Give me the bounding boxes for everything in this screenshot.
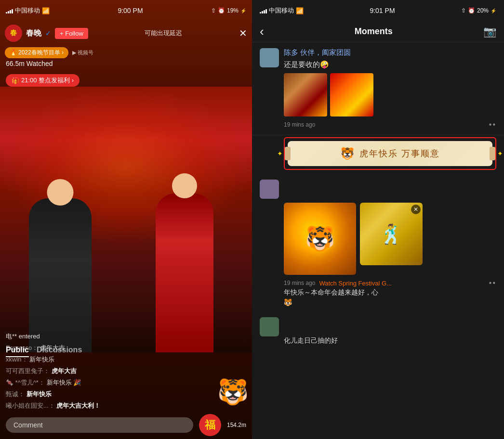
battery-area-right: ⇧ ⏰ 20% ⚡ (461, 7, 496, 14)
status-bar-left: 中国移动 📶 9:00 PM ⇧ ⏰ 19% ⚡ (0, 0, 252, 21)
moment-meta-2: 19 mins ago Watch Spring Festival G... •… (284, 279, 496, 287)
comment-username-1: Espresso： (6, 344, 38, 351)
fu-button[interactable]: 福 (199, 414, 221, 436)
tiger-icon-highlight: 🐯 (340, 147, 355, 160)
wifi-icon-right: 📶 (296, 7, 304, 14)
moment-meta-1: 19 mins ago •• (284, 120, 496, 129)
more-button-1[interactable]: •• (489, 120, 496, 129)
image-close-button[interactable]: ✕ (411, 205, 421, 214)
comment-username-3: 可可西里兔子： (6, 367, 50, 374)
moment-body-1: 陈多 伙伴，阖家团圆 还是要收的🤪 (284, 48, 496, 69)
more-button-2[interactable]: •• (489, 279, 496, 287)
moment-top-2 (260, 180, 496, 199)
highlight-content: 🐯 虎年快乐 万事顺意 ✦ ✦ (288, 141, 492, 166)
moment-text-1: 还是要收的🤪 (284, 59, 496, 69)
view-count-area: 154.2m (227, 422, 246, 428)
alarm-icon: ⏰ (218, 7, 225, 14)
time-right: 9:01 PM (370, 7, 395, 14)
carrier-left: 中国移动 📶 (6, 6, 50, 15)
back-button[interactable]: ‹ (260, 24, 264, 39)
signal-bar-r2 (262, 11, 263, 13)
video-content (0, 87, 252, 352)
highlight-wrapper: 🐯 虎年快乐 万事顺意 ✦ ✦ (276, 135, 504, 174)
watch-count: 66.5m Watched (6, 60, 53, 67)
moment-top-1: 陈多 伙伴，阖家团圆 还是要收的🤪 (260, 48, 496, 69)
carrier-name-left: 中国移动 (15, 6, 40, 15)
bonus-label: 21:00 整点发福利 › (21, 76, 74, 85)
performer-female-head (172, 173, 197, 198)
charging-icon-right: ⚡ (491, 8, 496, 13)
right-panel: 中国移动 📶 9:01 PM ⇧ ⏰ 20% ⚡ ‹ Moments 📷 陈多 … (252, 0, 504, 439)
left-panel: 中国移动 📶 9:00 PM ⇧ ⏰ 19% ⚡ 春 春晚 ✓ + Follow… (0, 0, 252, 439)
list-item: 曦小姐在固安...： 虎年大吉大利！ (6, 401, 246, 410)
playlist-label: 2022春晚节目单 › (18, 49, 64, 57)
camera-button[interactable]: 📷 (483, 26, 496, 38)
top-bar-left: 春 春晚 ✓ + Follow 可能出现延迟 ✕ (0, 21, 252, 45)
moment-item-3: 化儿走日己抽的好 (252, 313, 504, 349)
comment-username-6: 曦小姐在固安...： (6, 402, 55, 409)
moments-feed: 陈多 伙伴，阖家团圆 还是要收的🤪 19 mins ago •• 🐯 虎年快乐 … (252, 42, 504, 439)
moments-header: ‹ Moments 📷 (252, 21, 504, 42)
comment-input[interactable]: Comment (6, 417, 193, 433)
performer-scene (0, 87, 252, 352)
performer-male-head (47, 179, 74, 206)
video-channel-label: 视频号 (78, 49, 93, 56)
playlist-button[interactable]: 🔥 2022春晚节目单 › (5, 47, 68, 58)
fire-icon: 🔥 (10, 49, 17, 56)
comment-username-4: 🍬 *^雪儿^*： (6, 379, 45, 386)
moment-images-2: ✕ (284, 203, 496, 275)
comment-text-4: 新年快乐 🎉 (47, 379, 81, 386)
video-channel-badge: ▶ 视频号 (72, 49, 93, 56)
signal-bar-r4 (265, 9, 267, 13)
moment-time-1: 19 mins ago (284, 121, 315, 128)
battery-area-left: ⇧ ⏰ 19% ⚡ (211, 7, 246, 14)
moment-time-2: 19 mins ago (284, 280, 315, 286)
time-left: 9:00 PM (118, 7, 143, 14)
list-item: 🍬 *^雪儿^*： 新年快乐 🎉 (6, 378, 246, 387)
comment-text-6: 虎年大吉大利！ (56, 402, 100, 409)
tiger-icon: 🐯 (217, 377, 246, 407)
channel-logo-text: 春 (10, 29, 17, 38)
performer-female (156, 194, 213, 352)
moment-images-1 (284, 73, 496, 116)
signal-bar-1 (6, 12, 7, 13)
comment-text-2: 新年快乐 (29, 356, 54, 363)
performer-female-body (156, 194, 213, 352)
signal-bar-4 (12, 9, 13, 13)
sparkle-left-icon: ✦ (277, 150, 283, 157)
signal-bar-r3 (264, 10, 265, 13)
moment-top-3 (260, 317, 496, 336)
comments-area: 电** entered Espresso： 虎年大吉 xkwin： 新年快乐 可… (6, 332, 246, 410)
scroll-deco-right (490, 147, 495, 160)
highlight-text: 虎年快乐 万事顺意 (359, 148, 440, 159)
tiger-lantern-image[interactable] (284, 203, 356, 275)
comment-entered: 电** entered (6, 332, 246, 341)
dance-image-container: ✕ (360, 203, 423, 275)
video-channel-icon: ▶ (72, 50, 76, 56)
performer-male (29, 198, 92, 352)
watch-spring-link[interactable]: Watch Spring Festival G... (319, 280, 392, 287)
carrier-right: 中国移动 📶 (260, 6, 304, 15)
alarm-icon-r: ⏰ (468, 7, 475, 14)
comment-username-5: 甄诚： (6, 390, 25, 398)
close-icon[interactable]: ✕ (239, 27, 247, 39)
comment-text-1: 虎年大吉 (40, 344, 65, 351)
avatar-1 (260, 48, 279, 67)
channel-logo: 春 (5, 25, 22, 42)
gift-icon: 🎁 (12, 77, 19, 84)
bonus-bar[interactable]: 🎁 21:00 整点发福利 › (6, 74, 80, 87)
moment-subtext-2: 年快乐～本命年会越来越好，心🐯 (284, 287, 496, 308)
moment-image-food-1[interactable] (284, 73, 327, 116)
channel-name: 春晚 (26, 28, 41, 39)
list-item: 可可西里兔子： 虎年大吉 (6, 367, 246, 375)
bottom-bar: Comment 福 154.2m (0, 411, 252, 439)
meta-left-2: 19 mins ago Watch Spring Festival G... (284, 280, 392, 287)
carrier-name-right: 中国移动 (269, 6, 294, 15)
list-item: xkwin： 新年快乐 (6, 355, 246, 364)
moment-image-food-2[interactable] (330, 73, 373, 116)
avatar-3 (260, 317, 279, 336)
signal-bar-2 (8, 11, 9, 13)
follow-button[interactable]: + Follow (55, 28, 88, 39)
comment-text-0: 电** entered (6, 333, 40, 340)
signal-bar-3 (10, 10, 11, 13)
